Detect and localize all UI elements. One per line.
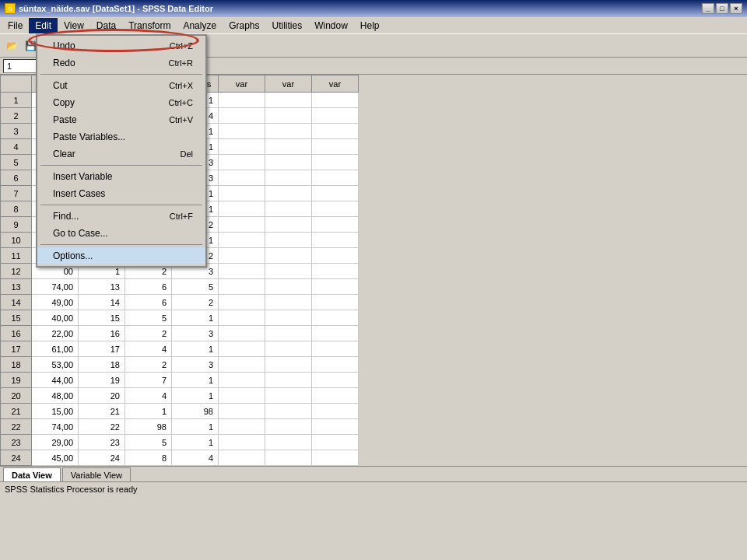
cell-empty[interactable] <box>312 419 359 435</box>
cell-empty[interactable] <box>312 186 359 201</box>
cell-pereseis[interactable]: 3 <box>172 326 219 341</box>
cell-empty[interactable] <box>219 217 265 233</box>
cell-empty[interactable] <box>265 155 312 170</box>
window-controls[interactable]: _ □ × <box>702 3 742 14</box>
cell-empty[interactable] <box>219 279 265 295</box>
menu-clear[interactable]: Clear Del <box>37 145 205 163</box>
cell-empty[interactable] <box>312 248 359 264</box>
tab-data-view[interactable]: Data View <box>3 467 61 481</box>
cell-empty[interactable] <box>265 201 312 217</box>
cell-col0[interactable]: 15,00 <box>32 404 79 419</box>
cell-rahvus[interactable]: 20 <box>79 388 125 404</box>
cell-empty[interactable] <box>265 124 312 139</box>
cell-pereseis[interactable]: 1 <box>172 388 219 404</box>
cell-pereseis[interactable]: 1 <box>172 341 219 357</box>
cell-pereseis[interactable]: 5 <box>172 279 219 295</box>
cell-haridus[interactable]: 5 <box>125 435 172 450</box>
menu-insert-variable[interactable]: Insert Variable <box>37 168 205 185</box>
menu-cut[interactable]: Cut Ctrl+X <box>37 77 205 94</box>
cell-empty[interactable] <box>312 279 359 295</box>
cell-empty[interactable] <box>265 326 312 341</box>
cell-empty[interactable] <box>219 124 265 139</box>
cell-col0[interactable]: 45,00 <box>32 450 79 466</box>
cell-empty[interactable] <box>265 450 312 466</box>
cell-empty[interactable] <box>312 139 359 155</box>
menu-insert-cases[interactable]: Insert Cases <box>37 185 205 202</box>
cell-rahvus[interactable]: 17 <box>79 341 125 357</box>
col-header-var2[interactable]: var <box>219 75 265 93</box>
menu-view[interactable]: View <box>58 18 90 33</box>
cell-empty[interactable] <box>265 435 312 450</box>
cell-rahvus[interactable]: 13 <box>79 279 125 295</box>
cell-empty[interactable] <box>219 295 265 310</box>
cell-rahvus[interactable]: 18 <box>79 357 125 373</box>
cell-empty[interactable] <box>219 373 265 388</box>
cell-empty[interactable] <box>265 170 312 186</box>
col-header-var4[interactable]: var <box>312 75 359 93</box>
cell-empty[interactable] <box>312 435 359 450</box>
cell-empty[interactable] <box>312 295 359 310</box>
cell-col0[interactable]: 29,00 <box>32 435 79 450</box>
cell-empty[interactable] <box>312 201 359 217</box>
cell-pereseis[interactable]: 3 <box>172 357 219 373</box>
cell-col0[interactable]: 53,00 <box>32 357 79 373</box>
cell-empty[interactable] <box>219 326 265 341</box>
cell-empty[interactable] <box>219 450 265 466</box>
menu-options[interactable]: Options... <box>37 247 205 264</box>
menu-file[interactable]: File <box>2 18 29 33</box>
cell-empty[interactable] <box>312 233 359 248</box>
cell-col0[interactable]: 49,00 <box>32 295 79 310</box>
cell-empty[interactable] <box>265 357 312 373</box>
cell-empty[interactable] <box>265 419 312 435</box>
menu-paste-variables[interactable]: Paste Variables... <box>37 128 205 145</box>
cell-empty[interactable] <box>312 404 359 419</box>
menu-transform[interactable]: Transform <box>122 18 177 33</box>
menu-graphs[interactable]: Graphs <box>223 18 265 33</box>
cell-empty[interactable] <box>219 388 265 404</box>
cell-empty[interactable] <box>312 108 359 124</box>
cell-empty[interactable] <box>265 186 312 201</box>
cell-empty[interactable] <box>219 233 265 248</box>
cell-col0[interactable]: 44,00 <box>32 373 79 388</box>
cell-empty[interactable] <box>219 93 265 108</box>
close-button[interactable]: × <box>730 3 742 14</box>
cell-empty[interactable] <box>265 279 312 295</box>
menu-help[interactable]: Help <box>354 18 386 33</box>
menu-data[interactable]: Data <box>90 18 122 33</box>
cell-empty[interactable] <box>219 419 265 435</box>
maximize-button[interactable]: □ <box>716 3 728 14</box>
open-file-button[interactable]: 📂 <box>3 37 20 54</box>
cell-empty[interactable] <box>219 435 265 450</box>
cell-empty[interactable] <box>265 93 312 108</box>
menu-utilities[interactable]: Utilities <box>265 18 308 33</box>
menu-goto-case[interactable]: Go to Case... <box>37 225 205 242</box>
cell-empty[interactable] <box>219 264 265 279</box>
cell-col0[interactable]: 74,00 <box>32 419 79 435</box>
cell-empty[interactable] <box>312 388 359 404</box>
cell-empty[interactable] <box>265 295 312 310</box>
cell-rahvus[interactable]: 24 <box>79 450 125 466</box>
cell-empty[interactable] <box>219 155 265 170</box>
cell-empty[interactable] <box>265 310 312 326</box>
cell-empty[interactable] <box>312 310 359 326</box>
cell-empty[interactable] <box>265 388 312 404</box>
cell-haridus[interactable]: 6 <box>125 279 172 295</box>
cell-pereseis[interactable]: 1 <box>172 373 219 388</box>
cell-col0[interactable]: 22,00 <box>32 326 79 341</box>
cell-empty[interactable] <box>312 264 359 279</box>
cell-empty[interactable] <box>219 170 265 186</box>
cell-empty[interactable] <box>265 373 312 388</box>
cell-rahvus[interactable]: 22 <box>79 419 125 435</box>
cell-empty[interactable] <box>312 93 359 108</box>
menu-window[interactable]: Window <box>308 18 354 33</box>
menu-find[interactable]: Find... Ctrl+F <box>37 208 205 225</box>
cell-rahvus[interactable]: 23 <box>79 435 125 450</box>
cell-rahvus[interactable]: 14 <box>79 295 125 310</box>
cell-empty[interactable] <box>265 108 312 124</box>
cell-pereseis[interactable]: 2 <box>172 295 219 310</box>
cell-col0[interactable]: 61,00 <box>32 341 79 357</box>
cell-empty[interactable] <box>265 217 312 233</box>
menu-copy[interactable]: Copy Ctrl+C <box>37 94 205 111</box>
cell-empty[interactable] <box>312 217 359 233</box>
cell-empty[interactable] <box>219 108 265 124</box>
